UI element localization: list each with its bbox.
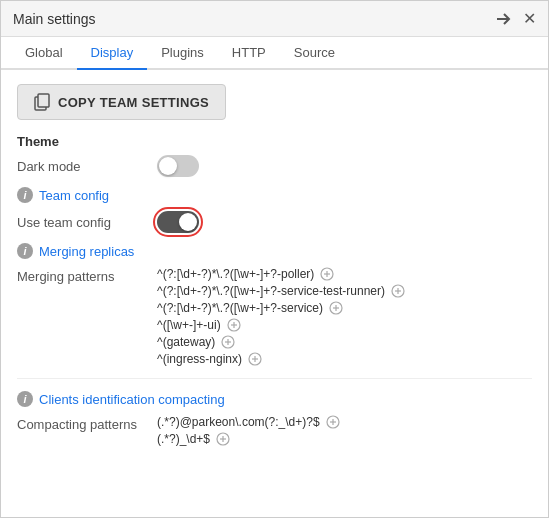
tab-display[interactable]: Display xyxy=(77,37,148,70)
list-item: ^(gateway) xyxy=(157,335,405,349)
svg-rect-2 xyxy=(38,94,49,107)
merging-patterns-list: ^(?:[\d+-?)*\.?([\w+-]+?-poller) ^(?:[\d… xyxy=(157,267,405,366)
add-pattern-icon[interactable] xyxy=(320,267,334,281)
tab-global[interactable]: Global xyxy=(11,37,77,70)
copy-team-settings-button[interactable]: COPY TEAM SETTINGS xyxy=(17,84,226,120)
tabs-bar: Global Display Plugins HTTP Source xyxy=(1,37,548,70)
use-team-config-row: Use team config xyxy=(17,211,532,233)
pattern-text: ^(?:[\d+-?)*\.?([\w+-]+?-service) xyxy=(157,301,323,315)
team-config-title: Team config xyxy=(39,188,109,203)
list-item: ^(?:[\d+-?)*\.?([\w+-]+?-service-test-ru… xyxy=(157,284,405,298)
list-item: (.*?)@parkeon\.com(?:_\d+)?$ xyxy=(157,415,340,429)
pattern-text: (.*?)_\d+$ xyxy=(157,432,210,446)
pattern-text: ^(?:[\d+-?)*\.?([\w+-]+?-service-test-ru… xyxy=(157,284,385,298)
add-pattern-icon[interactable] xyxy=(216,432,230,446)
pin-button[interactable] xyxy=(495,12,513,26)
tab-http[interactable]: HTTP xyxy=(218,37,280,70)
compacting-patterns-row: Compacting patterns (.*?)@parkeon\.com(?… xyxy=(17,415,532,446)
pattern-text: ^([\w+-]+-ui) xyxy=(157,318,221,332)
title-bar-actions: ✕ xyxy=(495,9,536,28)
compacting-patterns-list: (.*?)@parkeon\.com(?:_\d+)?$ (.*?)_\d+$ xyxy=(157,415,340,446)
window-title: Main settings xyxy=(13,11,95,27)
dark-mode-label: Dark mode xyxy=(17,159,157,174)
tab-plugins[interactable]: Plugins xyxy=(147,37,218,70)
close-button[interactable]: ✕ xyxy=(523,9,536,28)
dark-mode-row: Dark mode xyxy=(17,155,532,177)
list-item: ^(?:[\d+-?)*\.?([\w+-]+?-poller) xyxy=(157,267,405,281)
close-icon: ✕ xyxy=(523,9,536,28)
add-pattern-icon[interactable] xyxy=(391,284,405,298)
pattern-text: (.*?)@parkeon\.com(?:_\d+)?$ xyxy=(157,415,320,429)
copy-button-label: COPY TEAM SETTINGS xyxy=(58,95,209,110)
merging-replicas-info-icon: i xyxy=(17,243,33,259)
copy-icon xyxy=(34,93,50,111)
add-pattern-icon[interactable] xyxy=(329,301,343,315)
add-pattern-icon[interactable] xyxy=(221,335,235,349)
compacting-patterns-label: Compacting patterns xyxy=(17,415,157,446)
list-item: (.*?)_\d+$ xyxy=(157,432,340,446)
clients-id-title: Clients identification compacting xyxy=(39,392,225,407)
clients-id-header: i Clients identification compacting xyxy=(17,391,532,407)
title-bar: Main settings ✕ xyxy=(1,1,548,37)
team-config-info-icon: i xyxy=(17,187,33,203)
main-content: COPY TEAM SETTINGS Theme Dark mode i Tea… xyxy=(1,70,548,464)
list-item: ^([\w+-]+-ui) xyxy=(157,318,405,332)
pattern-text: ^(gateway) xyxy=(157,335,215,349)
add-pattern-icon[interactable] xyxy=(227,318,241,332)
add-pattern-icon[interactable] xyxy=(326,415,340,429)
dark-mode-toggle[interactable] xyxy=(157,155,199,177)
pattern-text: ^(ingress-nginx) xyxy=(157,352,242,366)
merging-patterns-row: Merging patterns ^(?:[\d+-?)*\.?([\w+-]+… xyxy=(17,267,532,366)
theme-section-label: Theme xyxy=(17,134,532,149)
section-divider xyxy=(17,378,532,379)
merging-replicas-header: i Merging replicas xyxy=(17,243,532,259)
tab-source[interactable]: Source xyxy=(280,37,349,70)
merging-replicas-title: Merging replicas xyxy=(39,244,134,259)
use-team-config-label: Use team config xyxy=(17,215,157,230)
add-pattern-icon[interactable] xyxy=(248,352,262,366)
clients-id-info-icon: i xyxy=(17,391,33,407)
list-item: ^(ingress-nginx) xyxy=(157,352,405,366)
team-config-header: i Team config xyxy=(17,187,532,203)
pattern-text: ^(?:[\d+-?)*\.?([\w+-]+?-poller) xyxy=(157,267,314,281)
list-item: ^(?:[\d+-?)*\.?([\w+-]+?-service) xyxy=(157,301,405,315)
use-team-config-toggle[interactable] xyxy=(157,211,199,233)
merging-patterns-label: Merging patterns xyxy=(17,267,157,366)
